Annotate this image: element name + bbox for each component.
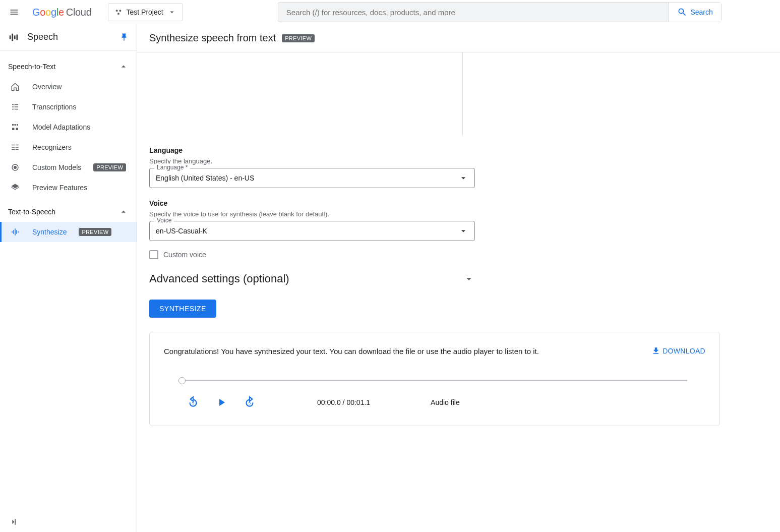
text-input-area[interactable] xyxy=(137,52,463,135)
search-bar: Search xyxy=(278,2,722,22)
preview-badge: PREVIEW xyxy=(79,228,111,236)
nav-item-synthesize[interactable]: Synthesize PREVIEW xyxy=(0,222,137,242)
voice-select[interactable]: en-US-Casual-K xyxy=(149,221,475,241)
svg-rect-7 xyxy=(12,124,14,126)
voice-value: en-US-Casual-K xyxy=(156,227,207,235)
dropdown-icon xyxy=(458,226,468,236)
download-icon xyxy=(651,346,661,356)
project-selector[interactable]: Test Project xyxy=(108,3,183,21)
recognizers-icon xyxy=(10,142,20,152)
pin-icon xyxy=(119,33,129,42)
language-select[interactable]: English (United States) - en-US xyxy=(149,168,475,188)
list-icon xyxy=(10,102,20,112)
nav-item-label: Recognizers xyxy=(32,143,72,151)
svg-rect-4 xyxy=(12,33,13,41)
play-button[interactable] xyxy=(214,395,228,409)
adaptation-icon xyxy=(10,122,20,132)
collapse-sidebar-button[interactable] xyxy=(8,517,18,527)
preview-badge: PREVIEW xyxy=(282,34,315,42)
google-cloud-logo[interactable]: GoogleCloud xyxy=(28,7,96,18)
nav-item-label: Overview xyxy=(32,83,62,91)
chevron-up-icon xyxy=(118,207,129,217)
svg-rect-11 xyxy=(16,128,19,131)
language-section-label: Language xyxy=(149,146,720,154)
nav-item-label: Preview Features xyxy=(32,184,87,192)
synthesize-button[interactable]: SYNTHESIZE xyxy=(149,300,216,318)
svg-point-13 xyxy=(14,166,17,169)
svg-text:5: 5 xyxy=(192,401,194,405)
result-card: Congratulations! You have synthesized yo… xyxy=(149,332,720,426)
nav-item-label: Custom Models xyxy=(32,163,81,171)
chevron-down-icon xyxy=(463,273,475,285)
download-button[interactable]: DOWNLOAD xyxy=(651,346,705,356)
svg-rect-5 xyxy=(14,35,16,39)
home-icon xyxy=(10,82,20,92)
layers-icon xyxy=(10,183,20,193)
pin-button[interactable] xyxy=(119,33,129,42)
nav-menu-button[interactable] xyxy=(4,2,24,22)
sidebar: Speech Speech-to-Text Overview Transcrip… xyxy=(0,24,137,532)
nav-item-label: Synthesize xyxy=(32,228,67,236)
search-icon xyxy=(677,7,687,17)
svg-point-0 xyxy=(115,10,117,12)
svg-rect-8 xyxy=(15,124,16,126)
svg-rect-10 xyxy=(12,128,15,131)
main-content: Synthesize speech from text PREVIEW Lang… xyxy=(137,24,780,532)
page-title: Synthesize speech from text xyxy=(149,32,276,44)
preview-badge: PREVIEW xyxy=(93,163,126,171)
chevron-up-icon xyxy=(118,62,129,72)
voice-help-text: Specify the voice to use for synthesis (… xyxy=(149,210,720,218)
svg-point-2 xyxy=(117,13,119,15)
hamburger-icon xyxy=(9,7,19,17)
search-button[interactable]: Search xyxy=(669,3,721,22)
custom-voice-label: Custom voice xyxy=(163,251,206,259)
nav-item-label: Transcriptions xyxy=(32,103,76,111)
nav-item-overview[interactable]: Overview xyxy=(0,77,137,97)
synthesize-icon xyxy=(10,227,20,237)
audio-progress-slider[interactable] xyxy=(182,380,687,381)
svg-rect-6 xyxy=(17,34,18,40)
project-name: Test Project xyxy=(127,8,163,16)
page-header: Synthesize speech from text PREVIEW xyxy=(137,24,780,52)
nav-group-text-to-speech[interactable]: Text-to-Speech xyxy=(0,202,137,222)
custom-voice-checkbox[interactable] xyxy=(149,250,158,259)
top-header: GoogleCloud Test Project Search xyxy=(0,0,780,24)
search-input[interactable] xyxy=(278,8,669,17)
dropdown-icon xyxy=(458,173,468,183)
nav-item-custom-models[interactable]: Custom Models PREVIEW xyxy=(0,157,137,178)
svg-point-1 xyxy=(119,10,121,12)
play-icon xyxy=(215,396,227,408)
nav-group-speech-to-text[interactable]: Speech-to-Text xyxy=(0,56,137,77)
dropdown-icon xyxy=(167,8,176,17)
nav-item-model-adaptations[interactable]: Model Adaptations xyxy=(0,117,137,137)
language-help-text: Specify the language. xyxy=(149,157,720,165)
nav-item-transcriptions[interactable]: Transcriptions xyxy=(0,97,137,117)
result-message: Congratulations! You have synthesized yo… xyxy=(164,347,641,356)
nav-item-preview-features[interactable]: Preview Features xyxy=(0,178,137,198)
collapse-icon xyxy=(8,517,18,527)
audio-player: 5 5 00:00.0 / 00:01.1 Audio file xyxy=(164,380,705,409)
advanced-settings-label: Advanced settings (optional) xyxy=(149,272,289,285)
svg-rect-9 xyxy=(17,124,18,126)
sidebar-product-title: Speech xyxy=(27,32,111,42)
svg-rect-3 xyxy=(10,35,11,39)
forward-icon: 5 xyxy=(243,396,256,409)
language-field-label: Language * xyxy=(154,164,190,171)
audio-file-label: Audio file xyxy=(431,398,460,406)
rewind-icon: 5 xyxy=(187,396,200,409)
language-value: English (United States) - en-US xyxy=(156,174,254,182)
slider-thumb[interactable] xyxy=(178,377,186,384)
custom-models-icon xyxy=(10,162,20,172)
nav-item-label: Model Adaptations xyxy=(32,123,90,131)
speech-product-icon xyxy=(8,32,19,43)
audio-time-display: 00:00.0 / 00:01.1 xyxy=(317,398,370,406)
voice-field-label: Voice xyxy=(154,217,174,224)
advanced-settings-toggle[interactable]: Advanced settings (optional) xyxy=(149,272,475,285)
nav-item-recognizers[interactable]: Recognizers xyxy=(0,137,137,157)
sidebar-header: Speech xyxy=(0,24,137,50)
svg-text:5: 5 xyxy=(249,401,251,405)
forward-5-button[interactable]: 5 xyxy=(243,395,257,409)
rewind-5-button[interactable]: 5 xyxy=(186,395,200,409)
voice-section-label: Voice xyxy=(149,199,720,207)
project-icon xyxy=(114,8,123,16)
